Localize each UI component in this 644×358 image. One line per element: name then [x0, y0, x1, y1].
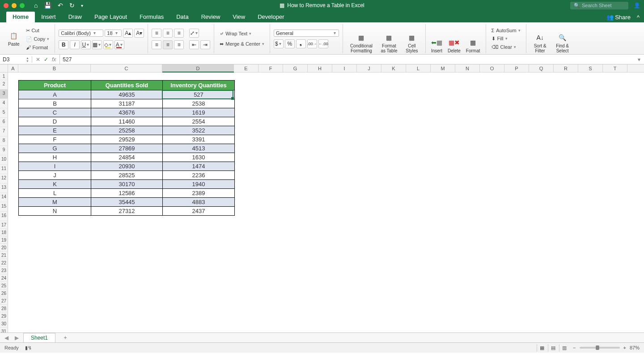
table-cell[interactable]: 2437 — [163, 207, 234, 215]
format-cells-button[interactable]: ▦Format — [464, 24, 482, 53]
table-cell[interactable]: 4883 — [163, 198, 234, 206]
table-cell[interactable]: 1474 — [163, 162, 234, 170]
table-cell[interactable]: D — [19, 117, 91, 126]
row-header-20[interactable]: 20 — [0, 244, 8, 251]
row-header-30[interactable]: 30 — [0, 320, 8, 328]
row-header-5[interactable]: 5 — [0, 108, 8, 118]
formula-bar-expand-icon[interactable]: ▾ — [634, 56, 644, 63]
align-top-icon[interactable]: ≡ — [152, 29, 161, 38]
redo-icon[interactable]: ↻ — [69, 2, 75, 9]
column-header-N[interactable]: N — [455, 64, 480, 72]
wrap-text-button[interactable]: ⤶ Wrap Text — [218, 30, 266, 38]
paste-button[interactable]: 📋 Paste — [6, 31, 21, 47]
sort-filter-button[interactable]: A↓Sort & Filter — [530, 24, 551, 53]
table-cell[interactable]: 30170 — [91, 180, 163, 188]
row-header-22[interactable]: 22 — [0, 259, 8, 267]
table-cell[interactable]: 35445 — [91, 198, 163, 206]
table-cell[interactable]: 1940 — [163, 180, 234, 188]
row-header-1[interactable]: 1 — [0, 72, 8, 80]
row-header-23[interactable]: 23 — [0, 267, 8, 274]
table-cell[interactable]: N — [19, 207, 91, 215]
table-cell[interactable]: H — [19, 153, 91, 162]
row-header-2[interactable]: 2 — [0, 80, 8, 90]
view-page-break-icon[interactable]: ▥ — [559, 344, 569, 352]
table-cell[interactable]: 11460 — [91, 117, 163, 126]
clear-button[interactable]: ⌫ Clear — [490, 43, 522, 51]
table-cell[interactable]: 25258 — [91, 126, 163, 135]
table-cell[interactable]: 27312 — [91, 207, 163, 215]
column-header-D[interactable]: D — [162, 64, 234, 72]
row-header-19[interactable]: 19 — [0, 236, 8, 244]
table-cell[interactable]: 29529 — [91, 135, 163, 144]
table-cell[interactable]: A — [19, 90, 91, 99]
table-cell[interactable]: F — [19, 135, 91, 144]
percent-icon[interactable]: % — [285, 39, 295, 48]
column-header-A[interactable]: A — [8, 64, 18, 72]
table-cell[interactable]: L — [19, 189, 91, 197]
table-cell[interactable]: 24854 — [91, 153, 163, 162]
row-header-29[interactable]: 29 — [0, 312, 8, 320]
view-normal-icon[interactable]: ▦ — [537, 344, 547, 352]
sheet-nav-next-icon[interactable]: ▶ — [13, 335, 21, 341]
window-maximize-icon[interactable] — [20, 3, 25, 8]
column-header-H[interactable]: H — [308, 64, 332, 72]
user-account-icon[interactable]: 👤 — [634, 2, 640, 9]
sheet-nav-prev-icon[interactable]: ◀ — [3, 335, 10, 341]
table-cell[interactable]: M — [19, 198, 91, 206]
table-cell[interactable]: 3391 — [163, 135, 234, 144]
row-header-7[interactable]: 7 — [0, 127, 8, 136]
autosum-button[interactable]: Σ AutoSum — [490, 27, 522, 34]
row-header-8[interactable]: 8 — [0, 136, 8, 146]
table-cell[interactable]: 4513 — [163, 144, 234, 153]
table-cell[interactable]: 20930 — [91, 162, 163, 170]
table-cell[interactable]: 2389 — [163, 189, 234, 197]
table-cell[interactable]: 12586 — [91, 189, 163, 197]
macro-record-icon[interactable]: ▮↯ — [25, 345, 32, 351]
column-header-B[interactable]: B — [18, 64, 91, 72]
decrease-font-icon[interactable]: A▾ — [134, 29, 144, 38]
increase-font-icon[interactable]: A▴ — [123, 29, 133, 38]
align-middle-icon[interactable]: ≡ — [163, 29, 173, 38]
zoom-slider[interactable] — [580, 347, 620, 349]
worksheet-grid[interactable]: ABCDEFGHIJKLMNOPQRST 1234567891011121314… — [0, 64, 644, 333]
column-header-F[interactable]: F — [258, 64, 283, 72]
tab-page-layout[interactable]: Page Layout — [88, 12, 133, 22]
bold-button[interactable]: B — [59, 40, 68, 49]
font-name-select[interactable]: Calibri (Body)▾ — [59, 30, 103, 37]
tab-insert[interactable]: Insert — [35, 12, 62, 22]
row-header-28[interactable]: 28 — [0, 305, 8, 312]
name-box[interactable]: D3 ▲▼ — [0, 56, 32, 63]
orientation-icon[interactable]: ⤢▾ — [189, 29, 199, 38]
table-cell[interactable]: 43676 — [91, 108, 163, 117]
view-switcher[interactable]: ▦ ▤ ▥ — [537, 344, 569, 352]
select-all-corner[interactable] — [0, 64, 8, 72]
column-header-R[interactable]: R — [554, 64, 578, 72]
row-header-16[interactable]: 16 — [0, 212, 8, 221]
merge-center-button[interactable]: ⬌ Merge & Center — [218, 40, 266, 48]
tab-view[interactable]: View — [226, 12, 251, 22]
column-header-O[interactable]: O — [480, 64, 504, 72]
row-header-4[interactable]: 4 — [0, 99, 8, 108]
row-header-24[interactable]: 24 — [0, 274, 8, 282]
increase-decimal-icon[interactable]: .00→ — [307, 39, 317, 48]
zoom-level[interactable]: 87% — [630, 345, 640, 350]
column-header-G[interactable]: G — [283, 64, 308, 72]
row-header-31[interactable]: 31 — [0, 328, 8, 333]
zoom-in-button[interactable]: + — [623, 345, 626, 350]
column-header-Q[interactable]: Q — [529, 64, 554, 72]
table-cell[interactable]: E — [19, 126, 91, 135]
decrease-indent-icon[interactable]: ⇤ — [189, 40, 199, 49]
row-header-26[interactable]: 26 — [0, 290, 8, 297]
row-header-6[interactable]: 6 — [0, 118, 8, 127]
column-header-I[interactable]: I — [332, 64, 357, 72]
view-page-layout-icon[interactable]: ▤ — [548, 344, 558, 352]
row-header-10[interactable]: 10 — [0, 155, 8, 165]
column-header-K[interactable]: K — [381, 64, 406, 72]
column-header-J[interactable]: J — [357, 64, 381, 72]
column-header-L[interactable]: L — [406, 64, 431, 72]
row-header-21[interactable]: 21 — [0, 251, 8, 259]
window-minimize-icon[interactable] — [12, 3, 17, 8]
table-cell[interactable]: 28525 — [91, 171, 163, 179]
format-painter-button[interactable]: 🖌 Format — [24, 44, 51, 51]
column-header-S[interactable]: S — [578, 64, 603, 72]
